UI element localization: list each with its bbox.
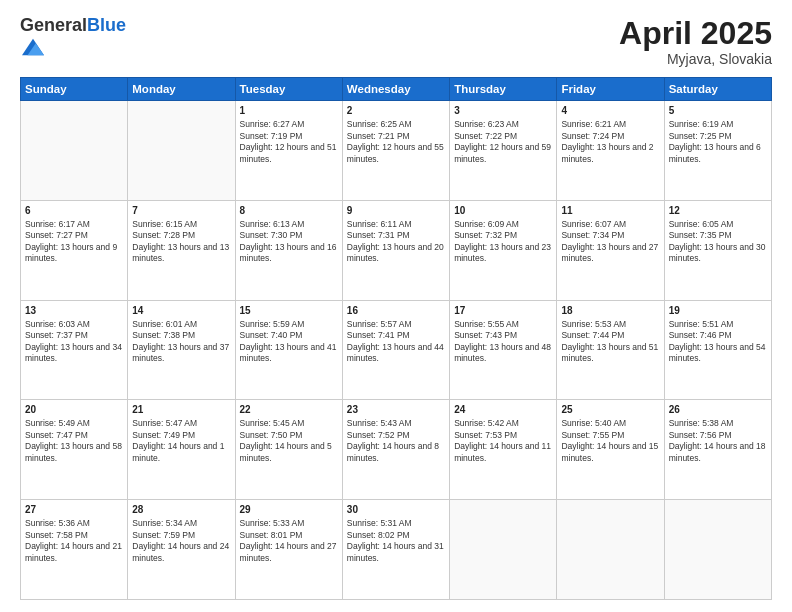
col-sunday: Sunday xyxy=(21,78,128,101)
day-number: 15 xyxy=(240,304,338,318)
table-row: 1Sunrise: 6:27 AM Sunset: 7:19 PM Daylig… xyxy=(235,101,342,201)
day-info: Sunrise: 6:07 AM Sunset: 7:34 PM Dayligh… xyxy=(561,219,659,265)
day-info: Sunrise: 6:05 AM Sunset: 7:35 PM Dayligh… xyxy=(669,219,767,265)
title-block: April 2025 Myjava, Slovakia xyxy=(619,16,772,67)
day-number: 13 xyxy=(25,304,123,318)
col-saturday: Saturday xyxy=(664,78,771,101)
table-row: 19Sunrise: 5:51 AM Sunset: 7:46 PM Dayli… xyxy=(664,300,771,400)
col-thursday: Thursday xyxy=(450,78,557,101)
logo-blue: Blue xyxy=(87,15,126,35)
day-number: 14 xyxy=(132,304,230,318)
col-monday: Monday xyxy=(128,78,235,101)
table-row: 15Sunrise: 5:59 AM Sunset: 7:40 PM Dayli… xyxy=(235,300,342,400)
day-number: 20 xyxy=(25,403,123,417)
calendar-week-row: 13Sunrise: 6:03 AM Sunset: 7:37 PM Dayli… xyxy=(21,300,772,400)
day-number: 12 xyxy=(669,204,767,218)
day-number: 16 xyxy=(347,304,445,318)
day-info: Sunrise: 6:03 AM Sunset: 7:37 PM Dayligh… xyxy=(25,319,123,365)
day-info: Sunrise: 5:51 AM Sunset: 7:46 PM Dayligh… xyxy=(669,319,767,365)
table-row: 24Sunrise: 5:42 AM Sunset: 7:53 PM Dayli… xyxy=(450,400,557,500)
table-row: 28Sunrise: 5:34 AM Sunset: 7:59 PM Dayli… xyxy=(128,500,235,600)
calendar-title: April 2025 xyxy=(619,16,772,51)
day-number: 19 xyxy=(669,304,767,318)
calendar-table: Sunday Monday Tuesday Wednesday Thursday… xyxy=(20,77,772,600)
table-row xyxy=(664,500,771,600)
calendar-week-row: 20Sunrise: 5:49 AM Sunset: 7:47 PM Dayli… xyxy=(21,400,772,500)
day-number: 11 xyxy=(561,204,659,218)
table-row: 27Sunrise: 5:36 AM Sunset: 7:58 PM Dayli… xyxy=(21,500,128,600)
table-row: 9Sunrise: 6:11 AM Sunset: 7:31 PM Daylig… xyxy=(342,200,449,300)
day-info: Sunrise: 6:09 AM Sunset: 7:32 PM Dayligh… xyxy=(454,219,552,265)
col-tuesday: Tuesday xyxy=(235,78,342,101)
day-info: Sunrise: 6:01 AM Sunset: 7:38 PM Dayligh… xyxy=(132,319,230,365)
table-row: 13Sunrise: 6:03 AM Sunset: 7:37 PM Dayli… xyxy=(21,300,128,400)
day-info: Sunrise: 6:13 AM Sunset: 7:30 PM Dayligh… xyxy=(240,219,338,265)
day-info: Sunrise: 5:40 AM Sunset: 7:55 PM Dayligh… xyxy=(561,418,659,464)
calendar-location: Myjava, Slovakia xyxy=(619,51,772,67)
day-number: 3 xyxy=(454,104,552,118)
table-row xyxy=(450,500,557,600)
day-info: Sunrise: 6:11 AM Sunset: 7:31 PM Dayligh… xyxy=(347,219,445,265)
day-info: Sunrise: 5:53 AM Sunset: 7:44 PM Dayligh… xyxy=(561,319,659,365)
table-row xyxy=(21,101,128,201)
day-number: 24 xyxy=(454,403,552,417)
table-row xyxy=(128,101,235,201)
day-info: Sunrise: 5:38 AM Sunset: 7:56 PM Dayligh… xyxy=(669,418,767,464)
table-row: 10Sunrise: 6:09 AM Sunset: 7:32 PM Dayli… xyxy=(450,200,557,300)
table-row: 6Sunrise: 6:17 AM Sunset: 7:27 PM Daylig… xyxy=(21,200,128,300)
day-number: 4 xyxy=(561,104,659,118)
table-row: 22Sunrise: 5:45 AM Sunset: 7:50 PM Dayli… xyxy=(235,400,342,500)
day-info: Sunrise: 5:47 AM Sunset: 7:49 PM Dayligh… xyxy=(132,418,230,464)
day-number: 29 xyxy=(240,503,338,517)
page: GeneralBlue April 2025 Myjava, Slovakia … xyxy=(0,0,792,612)
logo-general: General xyxy=(20,15,87,35)
table-row: 20Sunrise: 5:49 AM Sunset: 7:47 PM Dayli… xyxy=(21,400,128,500)
table-row: 12Sunrise: 6:05 AM Sunset: 7:35 PM Dayli… xyxy=(664,200,771,300)
table-row: 21Sunrise: 5:47 AM Sunset: 7:49 PM Dayli… xyxy=(128,400,235,500)
table-row: 25Sunrise: 5:40 AM Sunset: 7:55 PM Dayli… xyxy=(557,400,664,500)
calendar-week-row: 1Sunrise: 6:27 AM Sunset: 7:19 PM Daylig… xyxy=(21,101,772,201)
day-info: Sunrise: 6:27 AM Sunset: 7:19 PM Dayligh… xyxy=(240,119,338,165)
col-friday: Friday xyxy=(557,78,664,101)
day-number: 8 xyxy=(240,204,338,218)
day-info: Sunrise: 6:17 AM Sunset: 7:27 PM Dayligh… xyxy=(25,219,123,265)
calendar-week-row: 27Sunrise: 5:36 AM Sunset: 7:58 PM Dayli… xyxy=(21,500,772,600)
day-info: Sunrise: 5:45 AM Sunset: 7:50 PM Dayligh… xyxy=(240,418,338,464)
logo: GeneralBlue xyxy=(20,16,126,62)
day-info: Sunrise: 5:42 AM Sunset: 7:53 PM Dayligh… xyxy=(454,418,552,464)
day-number: 23 xyxy=(347,403,445,417)
table-row xyxy=(557,500,664,600)
table-row: 30Sunrise: 5:31 AM Sunset: 8:02 PM Dayli… xyxy=(342,500,449,600)
table-row: 3Sunrise: 6:23 AM Sunset: 7:22 PM Daylig… xyxy=(450,101,557,201)
day-number: 25 xyxy=(561,403,659,417)
day-info: Sunrise: 6:15 AM Sunset: 7:28 PM Dayligh… xyxy=(132,219,230,265)
table-row: 17Sunrise: 5:55 AM Sunset: 7:43 PM Dayli… xyxy=(450,300,557,400)
day-info: Sunrise: 5:57 AM Sunset: 7:41 PM Dayligh… xyxy=(347,319,445,365)
day-info: Sunrise: 5:33 AM Sunset: 8:01 PM Dayligh… xyxy=(240,518,338,564)
day-number: 10 xyxy=(454,204,552,218)
day-number: 18 xyxy=(561,304,659,318)
calendar-header-row: Sunday Monday Tuesday Wednesday Thursday… xyxy=(21,78,772,101)
logo-text: GeneralBlue xyxy=(20,16,126,36)
header: GeneralBlue April 2025 Myjava, Slovakia xyxy=(20,16,772,67)
day-info: Sunrise: 6:21 AM Sunset: 7:24 PM Dayligh… xyxy=(561,119,659,165)
table-row: 14Sunrise: 6:01 AM Sunset: 7:38 PM Dayli… xyxy=(128,300,235,400)
day-number: 27 xyxy=(25,503,123,517)
table-row: 7Sunrise: 6:15 AM Sunset: 7:28 PM Daylig… xyxy=(128,200,235,300)
day-info: Sunrise: 5:55 AM Sunset: 7:43 PM Dayligh… xyxy=(454,319,552,365)
table-row: 11Sunrise: 6:07 AM Sunset: 7:34 PM Dayli… xyxy=(557,200,664,300)
table-row: 29Sunrise: 5:33 AM Sunset: 8:01 PM Dayli… xyxy=(235,500,342,600)
table-row: 4Sunrise: 6:21 AM Sunset: 7:24 PM Daylig… xyxy=(557,101,664,201)
day-number: 21 xyxy=(132,403,230,417)
day-info: Sunrise: 5:36 AM Sunset: 7:58 PM Dayligh… xyxy=(25,518,123,564)
table-row: 8Sunrise: 6:13 AM Sunset: 7:30 PM Daylig… xyxy=(235,200,342,300)
table-row: 23Sunrise: 5:43 AM Sunset: 7:52 PM Dayli… xyxy=(342,400,449,500)
day-info: Sunrise: 5:49 AM Sunset: 7:47 PM Dayligh… xyxy=(25,418,123,464)
table-row: 5Sunrise: 6:19 AM Sunset: 7:25 PM Daylig… xyxy=(664,101,771,201)
day-number: 28 xyxy=(132,503,230,517)
day-number: 6 xyxy=(25,204,123,218)
table-row: 16Sunrise: 5:57 AM Sunset: 7:41 PM Dayli… xyxy=(342,300,449,400)
day-number: 5 xyxy=(669,104,767,118)
calendar-week-row: 6Sunrise: 6:17 AM Sunset: 7:27 PM Daylig… xyxy=(21,200,772,300)
day-number: 17 xyxy=(454,304,552,318)
